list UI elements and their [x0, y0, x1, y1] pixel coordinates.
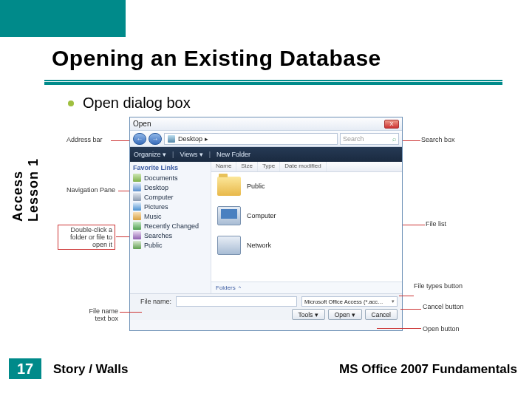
callout-file-list: File list	[426, 220, 446, 228]
recent-icon	[133, 222, 141, 230]
page-number: 17	[9, 358, 41, 379]
footer-author: Story / Walls	[53, 362, 128, 377]
side-label-line1: Access	[10, 171, 25, 222]
breadcrumb[interactable]: Desktop ▸	[164, 133, 338, 145]
close-button[interactable]: X	[384, 120, 399, 129]
callout-cancel: Cancel button	[423, 303, 464, 310]
fav-pictures[interactable]: Pictures	[133, 202, 208, 211]
navigation-pane: Favorite Links Documents Desktop Compute…	[130, 162, 211, 293]
bullet-icon	[68, 100, 74, 106]
dialog-bottom: File name: Microsoft Office Access (*.ac…	[130, 293, 402, 320]
filename-input[interactable]	[176, 296, 297, 307]
filetypes-combo[interactable]: Microsoft Office Access (*.acc… ▾	[301, 296, 398, 307]
dialog-title: Open	[133, 120, 151, 128]
nav-back-button[interactable]: ←	[133, 133, 146, 145]
desktop-icon	[168, 135, 175, 143]
slide: Opening an Existing Database Open dialog…	[0, 0, 532, 399]
fav-public[interactable]: Public	[133, 240, 208, 250]
searches-icon	[133, 231, 141, 239]
fav-header: Favorite Links	[133, 164, 208, 171]
computer-icon	[217, 206, 241, 225]
fav-computer[interactable]: Computer	[133, 192, 208, 202]
side-label-line2: Lesson 1	[26, 103, 41, 222]
callout-address-bar: Address bar	[66, 136, 103, 143]
header-cutout	[126, 0, 532, 37]
side-label: Access Lesson 1	[10, 103, 41, 222]
bullet-text: Open dialog box	[83, 95, 191, 112]
cancel-button[interactable]: Cancel	[365, 309, 398, 320]
file-list[interactable]: Public Computer Network	[211, 172, 402, 282]
computer-icon	[133, 193, 141, 201]
list-item[interactable]: Computer	[217, 206, 396, 225]
file-list-pane: Name Size Type Date modified Public Comp…	[211, 162, 402, 293]
folder-icon	[217, 177, 241, 196]
documents-icon	[133, 174, 141, 182]
organize-button[interactable]: Organize ▾	[134, 151, 166, 158]
callout-search-box: Search box	[421, 136, 455, 143]
open-dialog: Open X ← → Desktop ▸ Search ⌕ Organize ▾…	[129, 117, 403, 331]
callout-open: Open button	[423, 325, 460, 332]
nav-forward-button[interactable]: →	[149, 133, 162, 145]
views-button[interactable]: Views ▾	[180, 151, 202, 158]
filename-label: File name:	[134, 298, 171, 305]
tools-button[interactable]: Tools ▾	[292, 309, 325, 320]
search-icon: ⌕	[392, 135, 396, 143]
callout-filetypes: File types button	[414, 282, 463, 290]
music-icon	[133, 212, 141, 220]
title-underline	[44, 80, 502, 85]
chevron-down-icon: ▾	[392, 299, 395, 304]
callout-filename: File name text box	[78, 307, 118, 322]
desktop-icon	[133, 183, 141, 191]
dialog-body: Favorite Links Documents Desktop Compute…	[130, 162, 402, 293]
newfolder-button[interactable]: New Folder	[216, 151, 250, 158]
fav-desktop[interactable]: Desktop	[133, 183, 208, 192]
page-title: Opening an Existing Database	[52, 46, 381, 71]
col-size[interactable]: Size	[236, 162, 258, 171]
folders-toggle[interactable]: Folders ^	[211, 282, 402, 293]
fav-searches[interactable]: Searches	[133, 231, 208, 240]
address-bar: ← → Desktop ▸ Search ⌕	[130, 131, 402, 147]
breadcrumb-text: Desktop ▸	[178, 135, 208, 143]
list-item[interactable]: Public	[217, 177, 396, 196]
callout-nav-pane: Navigation Pane	[66, 186, 115, 194]
col-type[interactable]: Type	[258, 162, 280, 171]
fav-music[interactable]: Music	[133, 211, 208, 221]
public-icon	[133, 241, 141, 249]
list-item[interactable]: Network	[217, 236, 396, 255]
callout-doubleclick: Double-click a folder or file to open it	[58, 225, 115, 250]
search-input[interactable]: Search ⌕	[340, 133, 399, 145]
column-headers[interactable]: Name Size Type Date modified	[211, 162, 402, 172]
dialog-toolbar: Organize ▾ | Views ▾ | New Folder	[130, 147, 402, 162]
col-date[interactable]: Date modified	[280, 162, 326, 171]
dialog-titlebar[interactable]: Open X	[130, 117, 402, 131]
fav-recent[interactable]: Recently Changed	[133, 221, 208, 231]
col-name[interactable]: Name	[211, 162, 236, 171]
chevron-up-icon: ^	[239, 285, 241, 290]
pictures-icon	[133, 202, 141, 211]
footer-book: MS Office 2007 Fundamentals	[339, 362, 517, 377]
network-icon	[217, 236, 241, 255]
chevron-down-icon: ▾	[352, 311, 355, 318]
search-placeholder: Search	[343, 135, 364, 143]
open-button[interactable]: Open ▾	[328, 309, 362, 320]
fav-documents[interactable]: Documents	[133, 173, 208, 183]
